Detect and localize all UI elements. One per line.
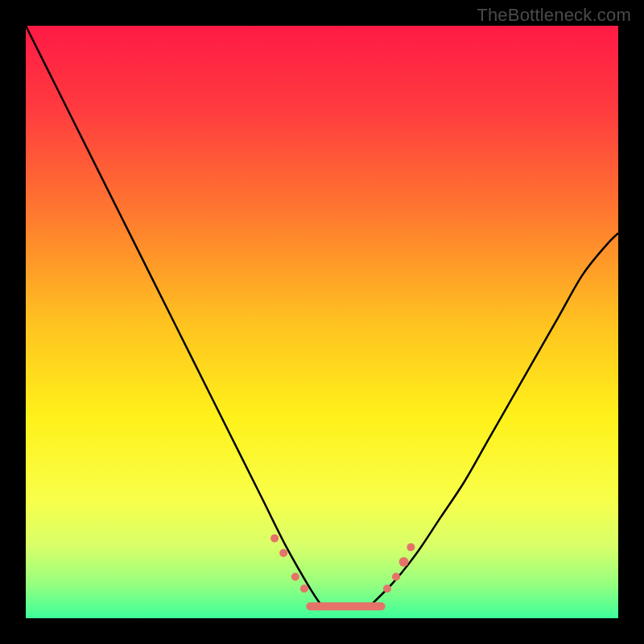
- chart-frame: TheBottleneck.com: [0, 0, 644, 644]
- series-right-curve: [369, 233, 618, 607]
- bead-3: [300, 584, 308, 592]
- bead-1: [279, 549, 287, 557]
- bead-4: [383, 584, 391, 592]
- series-left-curve: [26, 26, 322, 606]
- bead-5: [392, 572, 400, 580]
- watermark-text: TheBottleneck.com: [477, 5, 631, 26]
- plot-area: [26, 26, 618, 618]
- bead-6: [399, 557, 409, 567]
- bead-0: [270, 535, 279, 543]
- bead-7: [407, 543, 415, 551]
- curve-svg: [26, 26, 618, 618]
- bead-2: [291, 572, 299, 580]
